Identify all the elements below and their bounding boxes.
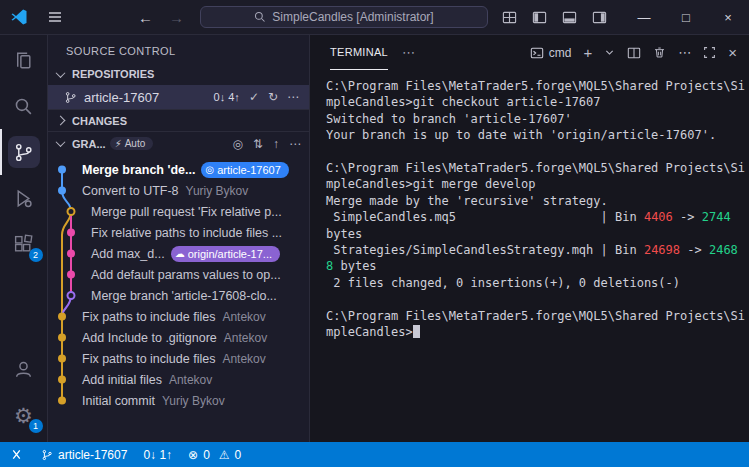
close-panel-icon[interactable]: × (728, 44, 737, 61)
push-icon[interactable]: ↑ (273, 137, 279, 151)
new-terminal-icon[interactable]: + (583, 44, 592, 61)
refresh-icon[interactable]: ↻ (268, 90, 278, 104)
commit-message: Initial commit (82, 394, 155, 408)
target-icon[interactable]: ◎ (232, 137, 242, 151)
remote-branch-badge[interactable]: ☁origin/article-17... (171, 246, 280, 262)
toggle-sidebar-left-icon[interactable] (532, 10, 547, 25)
layout-controls (502, 10, 607, 25)
chevron-right-icon (56, 116, 66, 126)
commit-author: Antekov (222, 352, 265, 366)
commit-row[interactable]: Add max_d...☁origin/article-17... (48, 243, 309, 264)
maximize-button[interactable]: □ (665, 0, 707, 34)
activity-extensions[interactable]: 2 (0, 221, 48, 267)
pull-push-icon[interactable]: ⇅ (253, 137, 263, 151)
badge-label: article-17607 (217, 164, 281, 176)
commit-message: Add Include to .gitignore (82, 331, 217, 345)
activity-bar: 2 ⚙ 1 (0, 35, 48, 442)
commit-row[interactable]: Merge branch 'article-17608-clo... (48, 285, 309, 306)
status-problems[interactable]: ⊗ 0 ⚠ 0 (180, 442, 249, 467)
activity-accounts[interactable] (0, 346, 48, 392)
activity-settings[interactable]: ⚙ 1 (0, 392, 48, 438)
commit-row[interactable]: Initial commitYuriy Bykov (48, 390, 309, 411)
extensions-badge: 2 (29, 248, 43, 262)
status-bar: article-17607 0↓ 1↑ ⊗ 0 ⚠ 0 (0, 442, 749, 467)
branch-name: article-17607 (58, 448, 127, 462)
toggle-sidebar-right-icon[interactable] (592, 10, 607, 25)
remote-icon (10, 448, 23, 461)
window-title: SimpleCandles [Administrator] (272, 10, 433, 24)
commit-message: Add max_d... (91, 247, 165, 261)
shell-selector[interactable]: cmd (530, 46, 572, 60)
commit-row[interactable]: Fix relative paths to include files ... (48, 222, 309, 243)
commit-message: Convert to UTF-8 (82, 184, 179, 198)
close-button[interactable]: × (707, 0, 749, 34)
commit-row[interactable]: Fix paths to include filesAntekov (48, 348, 309, 369)
toggle-panel-icon[interactable] (562, 10, 577, 25)
commit-message: Fix paths to include files (82, 310, 215, 324)
auto-label: Auto (125, 138, 146, 149)
window-controls: — □ × (623, 0, 749, 34)
split-terminal-icon[interactable] (627, 46, 641, 60)
main-area: 2 ⚙ 1 SOURCE CONTROL REPOSITORIES articl… (0, 35, 749, 442)
commit-row[interactable]: Merge pull request 'Fix relative p... (48, 201, 309, 222)
more-icon[interactable]: ⋯ (289, 137, 301, 151)
auto-layout-pill[interactable]: ⚡ Auto (110, 137, 154, 150)
activity-run-debug[interactable] (0, 175, 48, 221)
commit-message: Merge branch 'de... (82, 163, 195, 177)
forward-icon[interactable]: → (169, 9, 184, 26)
target-icon: ◎ (205, 165, 214, 175)
status-branch[interactable]: article-17607 (33, 442, 135, 467)
tab-terminal[interactable]: TERMINAL (330, 35, 388, 70)
commit-message: Add initial files (82, 373, 162, 387)
title-bar: ← → SimpleCandles [Administrator] — □ × (0, 0, 749, 35)
commit-row[interactable]: Add Include to .gitignoreAntekov (48, 327, 309, 348)
minimize-button[interactable]: — (623, 0, 665, 34)
remote-indicator[interactable] (0, 442, 33, 467)
sync-counts: 0↓ 4↑ (214, 91, 240, 103)
maximize-panel-icon[interactable] (703, 46, 716, 59)
activity-explorer[interactable] (0, 37, 48, 83)
activity-search[interactable] (0, 83, 48, 129)
repositories-header[interactable]: REPOSITORIES (48, 63, 309, 85)
activity-source-control[interactable] (0, 129, 48, 175)
terminal-body[interactable]: C:\Program Files\MetaTrader5.forge\MQL5\… (310, 70, 749, 341)
command-center-search[interactable]: SimpleCandles [Administrator] (200, 6, 488, 28)
commit-row[interactable]: Add default params values to op... (48, 264, 309, 285)
trash-icon[interactable] (653, 46, 666, 59)
back-icon[interactable]: ← (138, 9, 153, 26)
commit-row[interactable]: Fix paths to include filesAntekov (48, 306, 309, 327)
commit-author: Antekov (224, 331, 267, 345)
chevron-down-icon (56, 68, 66, 78)
more-icon[interactable]: ⋯ (678, 45, 691, 60)
status-sync[interactable]: 0↓ 1↑ (135, 442, 180, 467)
more-icon[interactable]: ⋯ (402, 45, 415, 60)
chevron-down-icon (56, 137, 66, 147)
editor-grid-icon[interactable] (502, 10, 517, 25)
commit-row[interactable]: Convert to UTF-8Yuriy Bykov (48, 180, 309, 201)
sidebar-title: SOURCE CONTROL (48, 35, 309, 63)
terminal-header: TERMINAL ⋯ cmd + ⋯ × (310, 35, 749, 70)
graph-header[interactable]: GRA... ⚡ Auto ◎ ⇅ ↑ ⋯ (48, 131, 309, 155)
vscode-logo-icon (0, 8, 38, 26)
commit-message: Merge pull request 'Fix relative p... (91, 205, 282, 219)
history-nav: ← → (138, 9, 184, 26)
commit-check-icon[interactable]: ✓ (249, 90, 259, 104)
commit-row[interactable]: Add initial filesAntekov (48, 369, 309, 390)
changes-header[interactable]: CHANGES (48, 109, 309, 131)
chevron-down-icon[interactable] (604, 47, 615, 58)
commit-author: Antekov (222, 310, 265, 324)
settings-badge: 1 (29, 419, 43, 433)
shell-label: cmd (549, 46, 572, 60)
commit-author: Antekov (169, 373, 212, 387)
more-icon[interactable]: ⋯ (287, 90, 299, 104)
changes-label: CHANGES (72, 115, 127, 127)
commit-message: Fix relative paths to include files ... (91, 226, 282, 240)
repository-row[interactable]: article-17607 0↓ 4↑ ✓ ↻ ⋯ (48, 85, 309, 109)
terminal-actions: cmd + ⋯ × (530, 44, 737, 61)
terminal-cursor (413, 325, 420, 338)
head-branch-badge[interactable]: ◎article-17607 (201, 162, 288, 178)
commit-author: Yuriy Bykov (186, 184, 249, 198)
commit-row[interactable]: Merge branch 'de...◎article-17607 (48, 159, 309, 180)
lightning-icon: ⚡ (115, 138, 122, 149)
menu-icon[interactable] (38, 9, 72, 25)
